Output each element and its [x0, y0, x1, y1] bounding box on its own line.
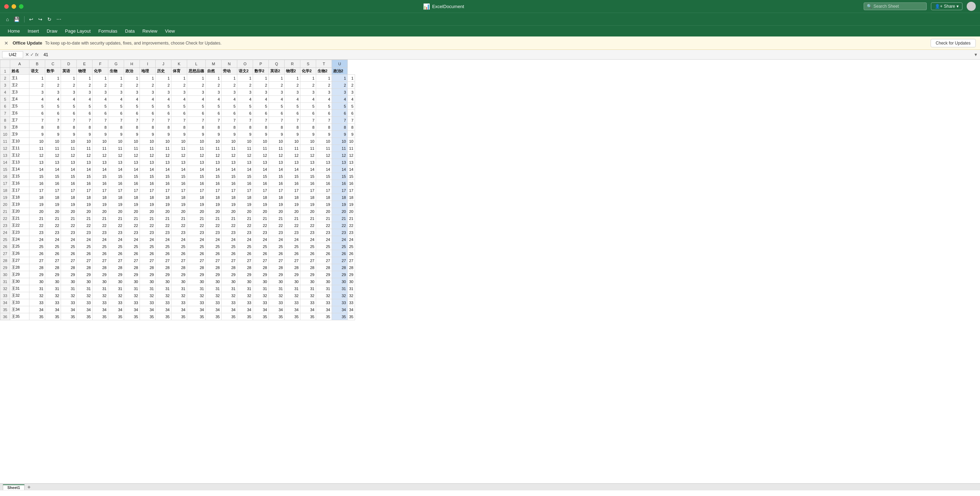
cell-30-1[interactable]: 29: [29, 271, 45, 278]
cell-20-2[interactable]: 19: [45, 201, 61, 208]
cell-33-12[interactable]: 32: [206, 292, 221, 299]
cell-14-4[interactable]: 13: [77, 159, 92, 166]
cell-14-3[interactable]: 13: [61, 159, 77, 166]
menu-formulas[interactable]: Formulas: [95, 27, 121, 35]
cell-13-21[interactable]: 12: [348, 152, 355, 159]
cell-34-8[interactable]: 33: [140, 299, 156, 306]
cell-35-16[interactable]: 34: [269, 306, 285, 313]
cell-10-4[interactable]: 9: [77, 131, 92, 138]
cell-19-12[interactable]: 18: [206, 194, 221, 201]
cell-28-16[interactable]: 27: [269, 257, 285, 264]
cell-11-2[interactable]: 10: [45, 138, 61, 145]
home-icon[interactable]: ⌂: [4, 16, 11, 23]
cell-7-15[interactable]: 6: [253, 110, 269, 117]
cell-35-18[interactable]: 34: [301, 306, 316, 313]
cell-17-2[interactable]: 16: [45, 180, 61, 187]
cell-9-14[interactable]: 8: [237, 124, 253, 131]
cell-24-17[interactable]: 23: [285, 229, 301, 236]
cell-23-18[interactable]: 22: [301, 222, 316, 229]
cell-10-21[interactable]: 9: [348, 131, 355, 138]
cell-13-0[interactable]: 王12: [10, 152, 29, 159]
cell-14-1[interactable]: 13: [29, 159, 45, 166]
cell-29-15[interactable]: 28: [253, 264, 269, 271]
cell-19-20[interactable]: 18: [332, 194, 348, 201]
cell-8-12[interactable]: 7: [206, 117, 221, 124]
cell-19-14[interactable]: 18: [237, 194, 253, 201]
cell-7-14[interactable]: 6: [237, 110, 253, 117]
cell-33-9[interactable]: 32: [156, 292, 172, 299]
col-header-t[interactable]: T: [316, 60, 332, 68]
cell-10-13[interactable]: 9: [221, 131, 237, 138]
cell-19-0[interactable]: 王18: [10, 194, 29, 201]
cell-10-0[interactable]: 王9: [10, 131, 29, 138]
cell-34-10[interactable]: 33: [172, 299, 187, 306]
cell-15-17[interactable]: 14: [285, 166, 301, 173]
cell-4-11[interactable]: 3: [187, 89, 206, 96]
cell-4-2[interactable]: 3: [45, 89, 61, 96]
cell-36-0[interactable]: 王35: [10, 313, 29, 320]
cell-24-14[interactable]: 23: [237, 229, 253, 236]
cell-5-17[interactable]: 4: [285, 96, 301, 103]
cell-4-12[interactable]: 3: [206, 89, 221, 96]
cell-22-14[interactable]: 21: [237, 215, 253, 222]
cell-26-21[interactable]: 25: [348, 243, 355, 250]
cell-18-19[interactable]: 17: [316, 187, 332, 194]
cell-8-13[interactable]: 7: [221, 117, 237, 124]
cell-16-18[interactable]: 15: [301, 173, 316, 180]
cell-2-7[interactable]: 1: [124, 75, 140, 82]
col-header-r[interactable]: R: [285, 60, 301, 68]
close-button[interactable]: [4, 4, 9, 9]
cell-5-12[interactable]: 4: [206, 96, 221, 103]
cell-34-14[interactable]: 33: [237, 299, 253, 306]
cell-31-4[interactable]: 30: [77, 278, 92, 285]
cell-22-6[interactable]: 21: [108, 215, 124, 222]
cell-5-19[interactable]: 4: [316, 96, 332, 103]
cell-12-12[interactable]: 11: [206, 145, 221, 152]
cell-4-10[interactable]: 3: [172, 89, 187, 96]
cell-36-9[interactable]: 35: [156, 313, 172, 320]
cell-4-0[interactable]: 王3: [10, 89, 29, 96]
cell-3-2[interactable]: 2: [45, 82, 61, 89]
cell-27-4[interactable]: 26: [77, 250, 92, 257]
cell-5-1[interactable]: 4: [29, 96, 45, 103]
cell-8-16[interactable]: 7: [269, 117, 285, 124]
cell-8-19[interactable]: 7: [316, 117, 332, 124]
cell-18-13[interactable]: 17: [221, 187, 237, 194]
cell-15-5[interactable]: 14: [92, 166, 108, 173]
cell-35-10[interactable]: 34: [172, 306, 187, 313]
cell-6-6[interactable]: 5: [108, 103, 124, 110]
cell-33-20[interactable]: 32: [332, 292, 348, 299]
cell-22-18[interactable]: 21: [301, 215, 316, 222]
cell-28-13[interactable]: 27: [221, 257, 237, 264]
cell-33-13[interactable]: 32: [221, 292, 237, 299]
cell-29-9[interactable]: 28: [156, 264, 172, 271]
cell-29-18[interactable]: 28: [301, 264, 316, 271]
cell-28-1[interactable]: 27: [29, 257, 45, 264]
cell-12-13[interactable]: 11: [221, 145, 237, 152]
cell-5-2[interactable]: 4: [45, 96, 61, 103]
cell-12-0[interactable]: 王11: [10, 145, 29, 152]
cell-23-9[interactable]: 22: [156, 222, 172, 229]
col-header-u[interactable]: U: [332, 60, 348, 68]
cell-20-18[interactable]: 19: [301, 201, 316, 208]
cell-2-4[interactable]: 1: [77, 75, 92, 82]
cell-29-5[interactable]: 28: [92, 264, 108, 271]
cell-4-13[interactable]: 3: [221, 89, 237, 96]
cell-32-17[interactable]: 31: [285, 285, 301, 292]
cell-22-15[interactable]: 21: [253, 215, 269, 222]
cell-36-6[interactable]: 35: [108, 313, 124, 320]
cell-33-5[interactable]: 32: [92, 292, 108, 299]
cell-8-20[interactable]: 7: [332, 117, 348, 124]
cell-9-5[interactable]: 8: [92, 124, 108, 131]
cell-29-21[interactable]: 28: [348, 264, 355, 271]
cell-33-1[interactable]: 32: [29, 292, 45, 299]
cell-29-10[interactable]: 28: [172, 264, 187, 271]
cell-13-11[interactable]: 12: [187, 152, 206, 159]
cell-12-3[interactable]: 11: [61, 145, 77, 152]
cell-21-20[interactable]: 20: [332, 208, 348, 215]
cell-6-14[interactable]: 5: [237, 103, 253, 110]
cell-16-21[interactable]: 15: [348, 173, 355, 180]
cell-17-13[interactable]: 16: [221, 180, 237, 187]
cell-24-11[interactable]: 23: [187, 229, 206, 236]
cell-35-0[interactable]: 王34: [10, 306, 29, 313]
